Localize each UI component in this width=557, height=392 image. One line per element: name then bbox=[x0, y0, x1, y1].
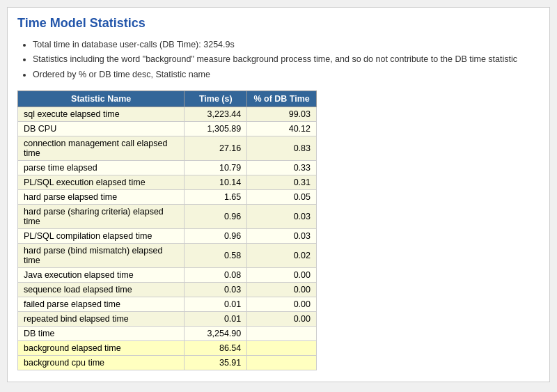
table-row: background cpu time35.91 bbox=[18, 355, 317, 370]
cell-stat-name: hard parse elapsed time bbox=[18, 189, 185, 204]
cell-time: 1.65 bbox=[185, 189, 247, 204]
table-row: failed parse elapsed time0.010.00 bbox=[18, 297, 317, 311]
cell-stat-name: sql execute elapsed time bbox=[18, 107, 185, 121]
table-row: sql execute elapsed time3,223.4499.03 bbox=[18, 107, 317, 121]
cell-stat-name: PL/SQL execution elapsed time bbox=[18, 175, 185, 189]
cell-stat-name: parse time elapsed bbox=[18, 160, 185, 175]
cell-time: 10.14 bbox=[185, 175, 247, 189]
cell-pct: 0.00 bbox=[247, 311, 317, 326]
cell-pct: 99.03 bbox=[247, 107, 317, 121]
header-time: Time (s) bbox=[185, 91, 247, 107]
cell-stat-name: PL/SQL compilation elapsed time bbox=[18, 228, 185, 243]
stats-table: Statistic Name Time (s) % of DB Time sql… bbox=[17, 91, 317, 370]
table-row: sequence load elapsed time0.030.00 bbox=[18, 282, 317, 297]
bullet-item: Total time in database user-calls (DB Ti… bbox=[33, 38, 540, 52]
cell-time: 27.16 bbox=[185, 136, 247, 160]
table-row: PL/SQL compilation elapsed time0.960.03 bbox=[18, 228, 317, 243]
table-row: PL/SQL execution elapsed time10.140.31 bbox=[18, 175, 317, 189]
cell-time: 0.08 bbox=[185, 267, 247, 282]
cell-pct: 0.31 bbox=[247, 175, 317, 189]
table-row: hard parse (sharing criteria) elapsed ti… bbox=[18, 204, 317, 228]
table-row: Java execution elapsed time0.080.00 bbox=[18, 267, 317, 282]
cell-stat-name: DB CPU bbox=[18, 121, 185, 136]
cell-pct: 0.02 bbox=[247, 243, 317, 267]
table-row: connection management call elapsed time2… bbox=[18, 136, 317, 160]
cell-pct: 0.03 bbox=[247, 228, 317, 243]
cell-stat-name: failed parse elapsed time bbox=[18, 297, 185, 311]
cell-time: 3,223.44 bbox=[185, 107, 247, 121]
cell-time: 10.79 bbox=[185, 160, 247, 175]
cell-time: 3,254.90 bbox=[185, 326, 247, 340]
header-pct: % of DB Time bbox=[247, 91, 317, 107]
cell-pct bbox=[247, 340, 317, 355]
info-bullets: Total time in database user-calls (DB Ti… bbox=[17, 38, 540, 82]
cell-stat-name: DB time bbox=[18, 326, 185, 340]
cell-pct: 0.33 bbox=[247, 160, 317, 175]
cell-time: 35.91 bbox=[185, 355, 247, 370]
table-row: parse time elapsed10.790.33 bbox=[18, 160, 317, 175]
cell-pct: 0.00 bbox=[247, 282, 317, 297]
cell-stat-name: repeated bind elapsed time bbox=[18, 311, 185, 326]
cell-time: 86.54 bbox=[185, 340, 247, 355]
cell-time: 0.01 bbox=[185, 311, 247, 326]
table-row: background elapsed time86.54 bbox=[18, 340, 317, 355]
cell-stat-name: hard parse (bind mismatch) elapsed time bbox=[18, 243, 185, 267]
cell-pct: 0.05 bbox=[247, 189, 317, 204]
cell-time: 0.96 bbox=[185, 204, 247, 228]
page-title: Time Model Statistics bbox=[17, 16, 540, 31]
cell-time: 0.01 bbox=[185, 297, 247, 311]
cell-time: 0.03 bbox=[185, 282, 247, 297]
table-row: hard parse (bind mismatch) elapsed time0… bbox=[18, 243, 317, 267]
cell-pct: 0.83 bbox=[247, 136, 317, 160]
table-row: hard parse elapsed time1.650.05 bbox=[18, 189, 317, 204]
table-row: DB time3,254.90 bbox=[18, 326, 317, 340]
header-name: Statistic Name bbox=[18, 91, 185, 107]
bullet-item: Statistics including the word "backgroun… bbox=[33, 52, 540, 67]
cell-stat-name: hard parse (sharing criteria) elapsed ti… bbox=[18, 204, 185, 228]
table-row: repeated bind elapsed time0.010.00 bbox=[18, 311, 317, 326]
cell-pct bbox=[247, 326, 317, 340]
page-container: Time Model Statistics Total time in data… bbox=[7, 7, 550, 382]
table-row: DB CPU1,305.8940.12 bbox=[18, 121, 317, 136]
bullet-item: Ordered by % or DB time desc, Statistic … bbox=[33, 68, 540, 82]
cell-stat-name: sequence load elapsed time bbox=[18, 282, 185, 297]
cell-stat-name: connection management call elapsed time bbox=[18, 136, 185, 160]
cell-time: 0.96 bbox=[185, 228, 247, 243]
cell-pct: 40.12 bbox=[247, 121, 317, 136]
cell-stat-name: background cpu time bbox=[18, 355, 185, 370]
cell-stat-name: Java execution elapsed time bbox=[18, 267, 185, 282]
cell-time: 0.58 bbox=[185, 243, 247, 267]
cell-pct bbox=[247, 355, 317, 370]
cell-pct: 0.00 bbox=[247, 297, 317, 311]
cell-pct: 0.00 bbox=[247, 267, 317, 282]
cell-pct: 0.03 bbox=[247, 204, 317, 228]
cell-stat-name: background elapsed time bbox=[18, 340, 185, 355]
cell-time: 1,305.89 bbox=[185, 121, 247, 136]
